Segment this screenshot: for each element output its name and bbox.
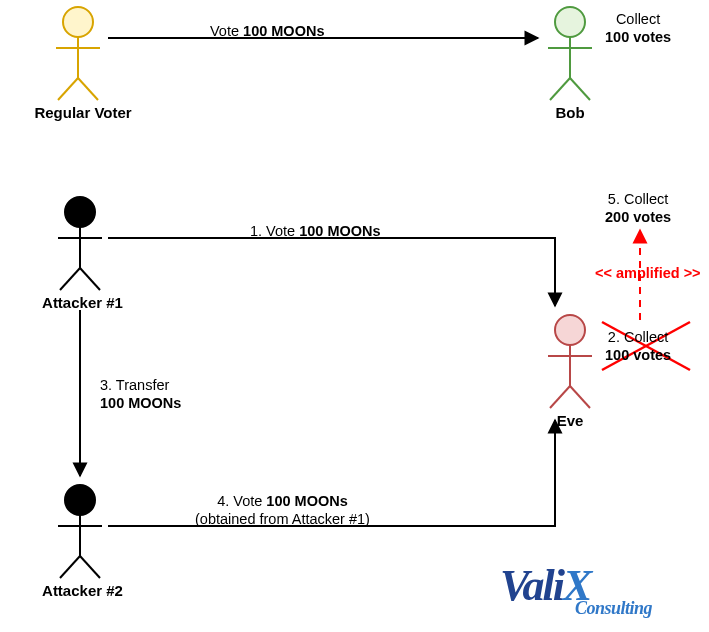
brand-sub: Consulting <box>575 598 652 619</box>
svg-line-3 <box>58 78 78 100</box>
svg-line-9 <box>570 78 590 100</box>
edge-collect-bob-label: Collect 100 votes <box>605 10 671 46</box>
bob-icon <box>548 7 592 100</box>
attacker-1-label: Attacker #1 <box>35 294 130 311</box>
svg-point-20 <box>555 315 585 345</box>
svg-line-13 <box>60 268 80 290</box>
attacker-2-icon <box>58 485 102 578</box>
svg-point-0 <box>63 7 93 37</box>
diagram-canvas: Regular Voter Bob Attacker #1 Attacker #… <box>0 0 709 632</box>
svg-line-14 <box>80 268 100 290</box>
regular-voter-icon <box>56 7 100 100</box>
diagram-svg <box>0 0 709 632</box>
svg-line-8 <box>550 78 570 100</box>
edge-vote-a2-label: 4. Vote 100 MOONs (obtained from Attacke… <box>195 492 370 528</box>
svg-line-19 <box>80 556 100 578</box>
regular-voter-label: Regular Voter <box>28 104 138 121</box>
edge-vote-a1-label: 1. Vote 100 MOONs <box>250 222 381 240</box>
eve-label: Eve <box>545 412 595 429</box>
edge-amplified-label: << amplified >> <box>595 264 701 282</box>
attacker-2-label: Attacker #2 <box>35 582 130 599</box>
attacker-1-icon <box>58 197 102 290</box>
bob-label: Bob <box>540 104 600 121</box>
svg-line-23 <box>550 386 570 408</box>
svg-line-18 <box>60 556 80 578</box>
eve-icon <box>548 315 592 408</box>
edge-transfer-label: 3. Transfer 100 MOONs <box>100 376 181 412</box>
svg-point-5 <box>555 7 585 37</box>
edge-vote-a1 <box>108 238 555 306</box>
svg-line-4 <box>78 78 98 100</box>
svg-line-24 <box>570 386 590 408</box>
svg-point-10 <box>65 197 95 227</box>
svg-point-15 <box>65 485 95 515</box>
edge-collect-eve-100-label: 2. Collect 100 votes <box>605 328 671 364</box>
edge-collect-eve-200-label: 5. Collect 200 votes <box>605 190 671 226</box>
edge-vote-regular-label: Vote 100 MOONs <box>210 22 324 40</box>
